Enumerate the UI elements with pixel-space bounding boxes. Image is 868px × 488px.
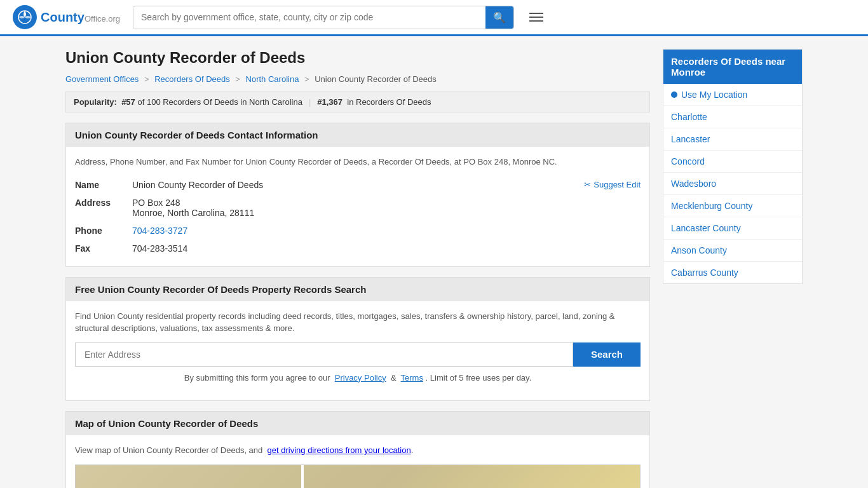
property-search-body: Find Union County residential property r… xyxy=(66,301,649,401)
directions-link[interactable]: get driving directions from your locatio… xyxy=(268,445,411,455)
popularity-rank-national: #1,367 xyxy=(317,97,342,107)
site-logo[interactable]: CountyOffice.org xyxy=(13,5,120,29)
property-search-header: Free Union County Recorder Of Deeds Prop… xyxy=(66,278,649,301)
popularity-context-national: in Recorders Of Deeds xyxy=(347,97,431,107)
contact-section-title: Union County Recorder of Deeds Contact I… xyxy=(75,130,318,140)
phone-label: Phone xyxy=(75,222,132,240)
sidebar-item-mecklenburg-county[interactable]: Mecklenburg County xyxy=(663,195,802,217)
terms-link[interactable]: Terms xyxy=(401,373,423,383)
suggest-edit-icon: ✂ xyxy=(584,180,591,189)
popularity-bar: Popularity: #57 of 100 Recorders Of Deed… xyxy=(65,92,650,112)
popularity-label: Popularity: #57 of 100 Recorders Of Deed… xyxy=(74,97,302,107)
map-section-body: View map of Union County Recorder of Dee… xyxy=(66,435,649,488)
table-row: Address PO Box 248 Monroe, North Carolin… xyxy=(75,194,641,222)
use-my-location-link[interactable]: Use My Location xyxy=(681,90,747,100)
sidebar-link-mecklenburg-county[interactable]: Mecklenburg County xyxy=(671,201,752,211)
sidebar-item-wadesboro[interactable]: Wadesboro xyxy=(663,173,802,195)
contact-section-body: Address, Phone Number, and Fax Number fo… xyxy=(66,147,649,266)
property-search-section: Free Union County Recorder Of Deeds Prop… xyxy=(65,277,650,402)
property-search-form: Search xyxy=(75,342,641,367)
menu-line-2 xyxy=(529,17,543,18)
map-description: View map of Union County Recorder of Dee… xyxy=(75,444,641,457)
property-search-button[interactable]: Search xyxy=(573,342,641,367)
site-header: CountyOffice.org 🔍 xyxy=(0,0,868,36)
menu-line-1 xyxy=(529,13,543,14)
sidebar-item-lancaster-county[interactable]: Lancaster County xyxy=(663,217,802,240)
breadcrumb-sep-1: > xyxy=(144,74,149,84)
phone-link[interactable]: 704-283-3727 xyxy=(132,226,187,236)
popularity-rank-local: #57 xyxy=(121,97,135,107)
address-line2: Monroe, North Carolina, 28111 xyxy=(132,208,641,218)
sidebar-link-wadesboro[interactable]: Wadesboro xyxy=(671,179,716,189)
breadcrumb-sep-3: > xyxy=(304,74,309,84)
address-input[interactable] xyxy=(75,342,573,367)
sidebar-item-lancaster[interactable]: Lancaster xyxy=(663,128,802,151)
map-section: Map of Union County Recorder of Deeds Vi… xyxy=(65,411,650,488)
breadcrumb-sep-2: > xyxy=(235,74,240,84)
sidebar-link-lancaster[interactable]: Lancaster xyxy=(671,134,710,144)
breadcrumb-government-offices[interactable]: Government Offices xyxy=(65,74,139,84)
logo-icon xyxy=(13,5,37,29)
sidebar-item-concord[interactable]: Concord xyxy=(663,151,802,173)
popularity-context-local: of 100 Recorders Of Deeds in North Carol… xyxy=(137,97,302,107)
page-title: Union County Recorder of Deeds xyxy=(65,49,650,67)
sidebar-item-charlotte[interactable]: Charlotte xyxy=(663,106,802,128)
map-section-header: Map of Union County Recorder of Deeds xyxy=(66,412,649,435)
menu-line-3 xyxy=(529,20,543,22)
main-container: Union County Recorder of Deeds Governmen… xyxy=(53,36,815,488)
disclaimer-prefix: By submitting this form you agree to our xyxy=(184,373,330,383)
logo-office: Office.org xyxy=(85,14,120,24)
sidebar-link-lancaster-county[interactable]: Lancaster County xyxy=(671,223,741,233)
breadcrumb-north-carolina[interactable]: North Carolina xyxy=(246,74,299,84)
hamburger-menu-button[interactable] xyxy=(527,10,546,24)
form-disclaimer: By submitting this form you agree to our… xyxy=(75,372,641,384)
contact-description: Address, Phone Number, and Fax Number fo… xyxy=(75,156,641,168)
sidebar-item-anson-county[interactable]: Anson County xyxy=(663,240,802,262)
sidebar-use-location[interactable]: Use My Location xyxy=(663,84,802,106)
table-row: Fax 704-283-3514 xyxy=(75,240,641,257)
table-row: Name Union County Recorder of Deeds ✂ Su… xyxy=(75,176,641,194)
logo-county: County xyxy=(41,10,85,24)
sidebar-title: Recorders Of Deeds near Monroe xyxy=(663,50,802,84)
table-row: Phone 704-283-3727 xyxy=(75,222,641,240)
global-search-bar: 🔍 xyxy=(133,6,514,29)
breadcrumb: Government Offices > Recorders Of Deeds … xyxy=(65,74,650,84)
map-image: 📍 © Google Maps xyxy=(76,465,640,489)
sidebar-link-cabarrus-county[interactable]: Cabarrus County xyxy=(671,268,738,278)
fax-value: 704-283-3514 xyxy=(132,240,641,257)
sidebar-link-anson-county[interactable]: Anson County xyxy=(671,245,727,255)
global-search-input[interactable] xyxy=(133,7,485,27)
contact-table: Name Union County Recorder of Deeds ✂ Su… xyxy=(75,176,641,257)
sidebar: Recorders Of Deeds near Monroe Use My Lo… xyxy=(663,49,803,488)
suggest-edit-link[interactable]: ✂ Suggest Edit xyxy=(584,180,641,189)
location-icon xyxy=(671,92,677,98)
contact-section: Union County Recorder of Deeds Contact I… xyxy=(65,123,650,267)
contact-section-header: Union County Recorder of Deeds Contact I… xyxy=(66,123,649,147)
sidebar-link-charlotte[interactable]: Charlotte xyxy=(671,112,707,122)
property-search-description: Find Union County residential property r… xyxy=(75,310,641,335)
fax-label: Fax xyxy=(75,240,132,257)
privacy-policy-link[interactable]: Privacy Policy xyxy=(335,373,386,383)
map-road-vertical xyxy=(301,465,304,489)
disclaimer-suffix: . Limit of 5 free uses per day. xyxy=(426,373,532,383)
breadcrumb-recorders-of-deeds[interactable]: Recorders Of Deeds xyxy=(154,74,230,84)
sidebar-box: Recorders Of Deeds near Monroe Use My Lo… xyxy=(663,49,803,284)
sidebar-link-concord[interactable]: Concord xyxy=(671,156,705,166)
sidebar-item-cabarrus-county[interactable]: Cabarrus County xyxy=(663,262,802,283)
name-label: Name xyxy=(75,176,132,194)
map-section-title: Map of Union County Recorder of Deeds xyxy=(75,418,258,429)
content-area: Union County Recorder of Deeds Governmen… xyxy=(65,49,650,488)
popularity-national: #1,367 in Recorders Of Deeds xyxy=(317,97,431,107)
name-value: Union County Recorder of Deeds xyxy=(132,180,263,190)
global-search-button[interactable]: 🔍 xyxy=(485,6,513,29)
breadcrumb-current: Union County Recorder of Deeds xyxy=(315,74,437,84)
property-search-title: Free Union County Recorder Of Deeds Prop… xyxy=(75,284,366,295)
map-placeholder: 📍 © Google Maps xyxy=(75,464,641,489)
address-line1: PO Box 248 xyxy=(132,198,641,208)
address-label: Address xyxy=(75,194,132,222)
suggest-edit-label: Suggest Edit xyxy=(593,180,641,189)
